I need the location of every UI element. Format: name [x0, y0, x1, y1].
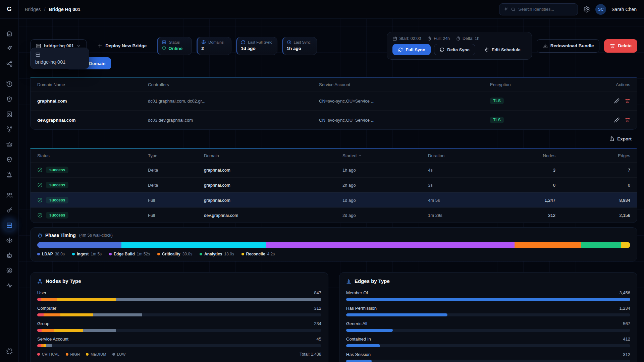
severity-segment	[44, 313, 60, 316]
sidebar-item-activity[interactable]	[3, 280, 15, 292]
chart-row: Group234	[37, 320, 321, 332]
phase-duration: 18.0s	[224, 252, 234, 256]
edit-schedule-button[interactable]: Edit Schedule	[479, 44, 526, 55]
phase-duration: 30.0s	[182, 252, 192, 256]
sidebar-bottom	[3, 345, 15, 357]
unlink-icon	[6, 348, 13, 355]
bot-icon	[6, 252, 13, 259]
gear-icon[interactable]	[583, 6, 590, 13]
siren-icon	[6, 171, 13, 178]
sidebar	[0, 19, 19, 362]
stat-value: 1d ago	[241, 46, 256, 51]
chart-row-value: 3,456	[619, 290, 630, 295]
chart-row-value: 312	[314, 306, 321, 311]
sync-row[interactable]: successFulldev.graphnai.com2d ago1m 29s3…	[31, 207, 637, 223]
sync-row[interactable]: successFullgraphnai.com1d ago4m 5s1,2478…	[31, 192, 637, 207]
sync-status: success	[37, 212, 148, 219]
chart-row-label: Member Of	[346, 290, 368, 295]
sidebar-item-posture[interactable]	[3, 154, 15, 166]
chart-row-label: Contained In	[346, 337, 371, 342]
chart-row: Member Of3,456	[346, 289, 630, 301]
sidebar-item-home[interactable]	[3, 27, 15, 40]
avatar[interactable]: SC	[595, 4, 606, 15]
bar-fill	[346, 360, 372, 362]
sidebar-item-incidents[interactable]	[3, 169, 15, 181]
delete-button[interactable]: Delete	[604, 39, 637, 53]
app-logo[interactable]: G	[0, 0, 19, 19]
sync-nodes: 1,247	[544, 198, 555, 203]
phase-duration: 1m 5s	[91, 252, 102, 256]
search-input[interactable]	[518, 7, 574, 12]
sparkles-icon	[6, 45, 13, 52]
topbar-right: SC Sarah Chen	[499, 3, 644, 15]
sidebar-item-history[interactable]	[3, 78, 15, 90]
crown-icon	[6, 141, 13, 148]
sidebar-item-compliance[interactable]	[3, 234, 15, 246]
sidebar-item-automation[interactable]	[3, 249, 15, 261]
sidebar-item-paths[interactable]	[3, 123, 15, 135]
encryption-badge: TLS	[490, 98, 504, 104]
sidebar-item-users[interactable]	[3, 189, 15, 201]
phase-legend-item: Analytics18.0s	[200, 252, 234, 256]
timer-icon	[427, 36, 432, 41]
share-icon	[6, 60, 13, 67]
stat-last-sync: Last Sync 1h ago	[282, 37, 317, 55]
severity-legend-item: HIGH	[66, 352, 80, 356]
sidebar-item-alerts[interactable]	[3, 93, 15, 105]
status-badge: success	[46, 212, 68, 219]
sync-row[interactable]: successDeltagraphnai.com2h ago3s00	[31, 177, 637, 192]
id-card-icon	[6, 111, 13, 118]
refresh-icon	[241, 40, 246, 45]
deploy-new-bridge-button[interactable]: Deploy New Bridge	[92, 39, 152, 53]
delta-sync-button[interactable]: Delta Sync	[434, 44, 475, 55]
sidebar-item-bridges[interactable]	[3, 219, 15, 231]
sidebar-item-graph[interactable]	[3, 58, 15, 70]
chart-row-value: 45	[317, 337, 321, 342]
pencil-icon[interactable]	[614, 117, 620, 123]
user-name: Sarah Chen	[611, 7, 637, 12]
chart-row-bar	[346, 360, 630, 362]
export-button[interactable]: Export	[603, 133, 637, 144]
sidebar-item-identities[interactable]	[3, 108, 15, 120]
sidebar-item-ai-assist[interactable]	[3, 43, 15, 55]
trash-icon[interactable]	[625, 98, 630, 104]
severity-segment	[54, 329, 83, 332]
sidebar-item-tier-zero[interactable]	[3, 138, 15, 150]
sidebar-item-disconnect[interactable]	[3, 345, 15, 357]
chart-row-label: Group	[37, 321, 49, 326]
full-sync-button[interactable]: Full Sync	[392, 44, 431, 55]
breadcrumb-parent[interactable]: Bridges	[25, 7, 41, 12]
bar-fill	[346, 344, 380, 347]
sync-started: 1h ago	[342, 168, 428, 173]
search-icon	[511, 7, 516, 12]
chart-row: Generic All567	[346, 320, 630, 332]
domain-encryption: TLS	[490, 117, 587, 123]
severity-segment	[41, 298, 57, 301]
sidebar-item-vault[interactable]	[3, 264, 15, 277]
phase-segment-reconcile	[621, 242, 630, 248]
bridge-option-label: bridge-hq-001	[35, 59, 84, 65]
chart-row: Contained In412	[346, 336, 630, 347]
trash-icon[interactable]	[625, 117, 630, 123]
bridge-dropdown-option[interactable]: bridge-hq-001	[35, 52, 84, 65]
sync-duration: 4m 5s	[428, 198, 529, 203]
stat-label: Status	[169, 40, 180, 44]
chart-row: Has Permission1,234	[346, 305, 630, 316]
col-started-sort[interactable]: Started	[342, 153, 428, 158]
phase-legend-item: LDAP38.0s	[37, 252, 65, 256]
search-box[interactable]	[499, 3, 578, 15]
phase-duration: 38.0s	[55, 252, 65, 256]
phase-timing-subtitle: (4m 5s wall-clock)	[79, 233, 113, 238]
topbar: G Bridges / Bridge Hq 001 SC Sarah Chen	[0, 0, 644, 19]
shield-alert-icon	[6, 96, 13, 103]
sidebar-nav	[3, 27, 15, 292]
sync-row[interactable]: successDeltagraphnai.com1h ago4s37	[31, 162, 637, 177]
bar-chart-icon	[346, 279, 352, 284]
chart-row-bar	[346, 313, 630, 316]
sync-type: Delta	[148, 183, 204, 188]
pencil-icon[interactable]	[614, 98, 620, 104]
breadcrumb-separator: /	[44, 7, 45, 12]
redownload-bundle-button[interactable]: Redownload Bundle	[537, 39, 600, 53]
sidebar-item-credentials[interactable]	[3, 204, 15, 216]
check-circle-icon	[37, 197, 43, 203]
